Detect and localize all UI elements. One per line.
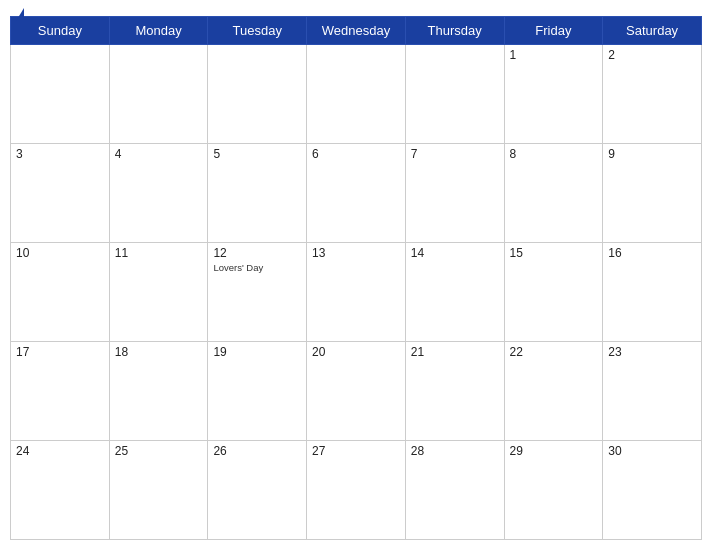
calendar-cell: 10 bbox=[11, 243, 110, 342]
calendar-cell: 3 bbox=[11, 144, 110, 243]
calendar-cell: 20 bbox=[307, 342, 406, 441]
calendar-week-row: 12 bbox=[11, 45, 702, 144]
day-number: 9 bbox=[608, 147, 696, 161]
day-number: 16 bbox=[608, 246, 696, 260]
calendar-cell: 29 bbox=[504, 441, 603, 540]
day-number: 24 bbox=[16, 444, 104, 458]
calendar-cell: 21 bbox=[405, 342, 504, 441]
calendar-cell: 17 bbox=[11, 342, 110, 441]
calendar-cell bbox=[405, 45, 504, 144]
calendar-cell: 23 bbox=[603, 342, 702, 441]
calendar-cell: 28 bbox=[405, 441, 504, 540]
calendar-wrapper: SundayMondayTuesdayWednesdayThursdayFrid… bbox=[0, 16, 712, 550]
day-number: 6 bbox=[312, 147, 400, 161]
calendar-cell: 24 bbox=[11, 441, 110, 540]
calendar-cell: 1 bbox=[504, 45, 603, 144]
day-number: 17 bbox=[16, 345, 104, 359]
calendar-cell: 26 bbox=[208, 441, 307, 540]
calendar-cell: 5 bbox=[208, 144, 307, 243]
day-number: 30 bbox=[608, 444, 696, 458]
day-number: 1 bbox=[510, 48, 598, 62]
calendar-cell bbox=[208, 45, 307, 144]
day-header-monday: Monday bbox=[109, 17, 208, 45]
day-number: 11 bbox=[115, 246, 203, 260]
calendar-cell: 11 bbox=[109, 243, 208, 342]
day-number: 26 bbox=[213, 444, 301, 458]
calendar-week-row: 17181920212223 bbox=[11, 342, 702, 441]
holiday-name: Lovers' Day bbox=[213, 262, 301, 273]
day-number: 15 bbox=[510, 246, 598, 260]
day-number: 21 bbox=[411, 345, 499, 359]
day-number: 5 bbox=[213, 147, 301, 161]
day-number: 13 bbox=[312, 246, 400, 260]
calendar-week-row: 3456789 bbox=[11, 144, 702, 243]
calendar-cell: 25 bbox=[109, 441, 208, 540]
day-header-saturday: Saturday bbox=[603, 17, 702, 45]
site-logo bbox=[16, 8, 26, 21]
day-number: 20 bbox=[312, 345, 400, 359]
days-of-week-row: SundayMondayTuesdayWednesdayThursdayFrid… bbox=[11, 17, 702, 45]
day-number: 14 bbox=[411, 246, 499, 260]
calendar-header: SundayMondayTuesdayWednesdayThursdayFrid… bbox=[11, 17, 702, 45]
calendar-cell: 16 bbox=[603, 243, 702, 342]
day-number: 18 bbox=[115, 345, 203, 359]
calendar-cell: 4 bbox=[109, 144, 208, 243]
day-header-thursday: Thursday bbox=[405, 17, 504, 45]
day-number: 12 bbox=[213, 246, 301, 260]
calendar-cell: 22 bbox=[504, 342, 603, 441]
day-number: 7 bbox=[411, 147, 499, 161]
calendar-cell bbox=[11, 45, 110, 144]
calendar-cell: 14 bbox=[405, 243, 504, 342]
calendar-week-row: 24252627282930 bbox=[11, 441, 702, 540]
day-number: 23 bbox=[608, 345, 696, 359]
calendar-cell: 7 bbox=[405, 144, 504, 243]
day-number: 29 bbox=[510, 444, 598, 458]
calendar-cell: 9 bbox=[603, 144, 702, 243]
day-number: 4 bbox=[115, 147, 203, 161]
calendar-cell bbox=[109, 45, 208, 144]
day-number: 2 bbox=[608, 48, 696, 62]
day-number: 3 bbox=[16, 147, 104, 161]
day-header-wednesday: Wednesday bbox=[307, 17, 406, 45]
day-header-tuesday: Tuesday bbox=[208, 17, 307, 45]
logo-blue-text bbox=[16, 8, 26, 21]
calendar-cell: 12Lovers' Day bbox=[208, 243, 307, 342]
calendar-cell: 18 bbox=[109, 342, 208, 441]
calendar-cell: 30 bbox=[603, 441, 702, 540]
calendar-cell: 27 bbox=[307, 441, 406, 540]
calendar-cell: 6 bbox=[307, 144, 406, 243]
day-header-friday: Friday bbox=[504, 17, 603, 45]
calendar-table: SundayMondayTuesdayWednesdayThursdayFrid… bbox=[10, 16, 702, 540]
calendar-cell: 8 bbox=[504, 144, 603, 243]
calendar-cell bbox=[307, 45, 406, 144]
calendar-body: 123456789101112Lovers' Day13141516171819… bbox=[11, 45, 702, 540]
day-number: 22 bbox=[510, 345, 598, 359]
page-header bbox=[0, 0, 712, 16]
calendar-week-row: 101112Lovers' Day13141516 bbox=[11, 243, 702, 342]
day-number: 27 bbox=[312, 444, 400, 458]
day-number: 19 bbox=[213, 345, 301, 359]
day-number: 25 bbox=[115, 444, 203, 458]
calendar-cell: 19 bbox=[208, 342, 307, 441]
day-number: 8 bbox=[510, 147, 598, 161]
calendar-cell: 13 bbox=[307, 243, 406, 342]
day-number: 28 bbox=[411, 444, 499, 458]
calendar-cell: 2 bbox=[603, 45, 702, 144]
day-number: 10 bbox=[16, 246, 104, 260]
logo-triangle-icon bbox=[16, 8, 24, 21]
calendar-cell: 15 bbox=[504, 243, 603, 342]
